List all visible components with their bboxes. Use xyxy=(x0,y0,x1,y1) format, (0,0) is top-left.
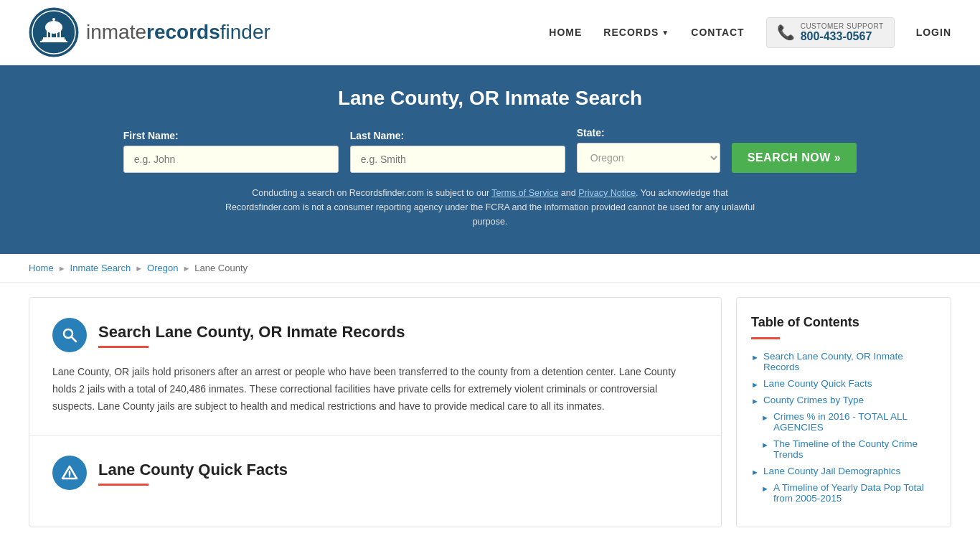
search-button[interactable]: SEARCH NOW » xyxy=(732,143,857,173)
breadcrumb-county: Lane County xyxy=(194,263,248,273)
chevron-right-icon: ► xyxy=(751,353,759,362)
svg-rect-4 xyxy=(47,29,48,37)
breadcrumb-sep-2: ► xyxy=(135,264,143,273)
toc-item-5[interactable]: ►Lane County Jail Demographics xyxy=(751,466,936,476)
section-title-1: Search Lane County, OR Inmate Records xyxy=(98,323,405,342)
toc-title: Table of Contents xyxy=(751,315,936,330)
toc-list: ►Search Lane County, OR Inmate Records►L… xyxy=(751,351,936,504)
chevron-right-icon: ► xyxy=(751,397,759,405)
nav-login[interactable]: LOGIN xyxy=(916,27,951,38)
toc-item-6[interactable]: ►A Timeline of Yearly Data Pop Total fro… xyxy=(761,482,936,504)
svg-rect-3 xyxy=(45,27,62,29)
section-title-underline-1 xyxy=(98,346,149,348)
last-name-label: Last Name: xyxy=(350,130,404,141)
svg-rect-9 xyxy=(42,39,66,41)
last-name-group: Last Name: xyxy=(350,130,565,173)
svg-rect-7 xyxy=(60,29,61,37)
chevron-right-icon: ► xyxy=(761,413,769,422)
svg-rect-8 xyxy=(43,37,65,39)
svg-rect-10 xyxy=(40,41,67,42)
nav-home[interactable]: HOME xyxy=(549,27,582,38)
hero-section: Lane County, OR Inmate Search First Name… xyxy=(0,65,980,254)
section-body-1: Lane County, OR jails hold prisoners aft… xyxy=(52,364,698,415)
svg-point-12 xyxy=(52,18,55,21)
main-nav: HOME RECORDS ▼ CONTACT 📞 CUSTOMER SUPPOR… xyxy=(549,17,951,48)
breadcrumb-sep-1: ► xyxy=(58,264,66,273)
support-number: 800-433-0567 xyxy=(801,30,872,43)
breadcrumb-inmate-search[interactable]: Inmate Search xyxy=(70,263,131,273)
section-inmate-records: Search Lane County, OR Inmate Records La… xyxy=(29,298,721,435)
nav-contact[interactable]: CONTACT xyxy=(691,27,744,38)
content-left: Search Lane County, OR Inmate Records La… xyxy=(29,297,722,527)
toc-item-3[interactable]: ►Crimes % in 2016 - TOTAL ALL AGENCIES xyxy=(761,411,936,433)
support-label: CUSTOMER SUPPORT xyxy=(801,22,884,30)
nav-records[interactable]: RECORDS ▼ xyxy=(603,27,669,38)
toc-item-2[interactable]: ►County Crimes by Type xyxy=(751,395,936,405)
section-title-underline-2 xyxy=(98,484,149,486)
section-header-1: Search Lane County, OR Inmate Records xyxy=(52,318,698,352)
last-name-input[interactable] xyxy=(350,146,565,173)
section-title-2: Lane County Quick Facts xyxy=(98,461,288,479)
first-name-group: First Name: xyxy=(123,130,339,173)
section-header-2: Lane County Quick Facts xyxy=(52,456,698,490)
customer-support-box[interactable]: 📞 CUSTOMER SUPPORT 800-433-0567 xyxy=(766,17,895,48)
toc-item-0[interactable]: ►Search Lane County, OR Inmate Records xyxy=(751,351,936,372)
svg-rect-11 xyxy=(53,20,55,27)
chevron-down-icon: ▼ xyxy=(661,29,669,37)
first-name-input[interactable] xyxy=(123,146,339,173)
toc-item-4[interactable]: ►The Timeline of the County Crime Trends xyxy=(761,438,936,460)
privacy-link[interactable]: Privacy Notice xyxy=(578,188,636,198)
breadcrumb-state[interactable]: Oregon xyxy=(147,263,178,273)
state-group: State: Oregon xyxy=(577,127,720,173)
logo-text: inmaterecordsfinder xyxy=(86,21,270,44)
search-section-icon xyxy=(52,318,87,352)
search-form: First Name: Last Name: State: Oregon SEA… xyxy=(29,127,951,173)
main-content: Search Lane County, OR Inmate Records La… xyxy=(0,283,980,542)
svg-rect-6 xyxy=(56,29,57,37)
hero-title: Lane County, OR Inmate Search xyxy=(29,87,951,110)
section-quick-facts: Lane County Quick Facts xyxy=(29,435,721,522)
toc-underline xyxy=(751,337,780,339)
toc-item-1[interactable]: ►Lane County Quick Facts xyxy=(751,378,936,389)
alert-section-icon xyxy=(52,456,87,490)
svg-line-14 xyxy=(72,337,76,342)
logo-icon xyxy=(29,7,79,57)
chevron-right-icon: ► xyxy=(761,441,769,449)
breadcrumb-sep-3: ► xyxy=(182,264,190,273)
breadcrumb-home[interactable]: Home xyxy=(29,263,54,273)
search-icon xyxy=(61,326,78,344)
sidebar-toc: Table of Contents ►Search Lane County, O… xyxy=(736,297,951,527)
alert-icon xyxy=(61,464,78,481)
breadcrumb: Home ► Inmate Search ► Oregon ► Lane Cou… xyxy=(0,254,980,283)
site-header: inmaterecordsfinder HOME RECORDS ▼ CONTA… xyxy=(0,0,980,65)
svg-point-16 xyxy=(69,476,70,478)
chevron-right-icon: ► xyxy=(751,380,759,389)
tos-link[interactable]: Terms of Service xyxy=(491,188,558,198)
headset-icon: 📞 xyxy=(777,24,795,41)
svg-rect-5 xyxy=(50,29,52,37)
first-name-label: First Name: xyxy=(123,130,179,141)
state-label: State: xyxy=(577,127,605,138)
chevron-right-icon: ► xyxy=(751,468,759,476)
state-select[interactable]: Oregon xyxy=(577,143,720,173)
chevron-right-icon: ► xyxy=(761,484,769,493)
logo[interactable]: inmaterecordsfinder xyxy=(29,7,270,57)
hero-disclaimer: Conducting a search on Recordsfinder.com… xyxy=(221,186,759,229)
